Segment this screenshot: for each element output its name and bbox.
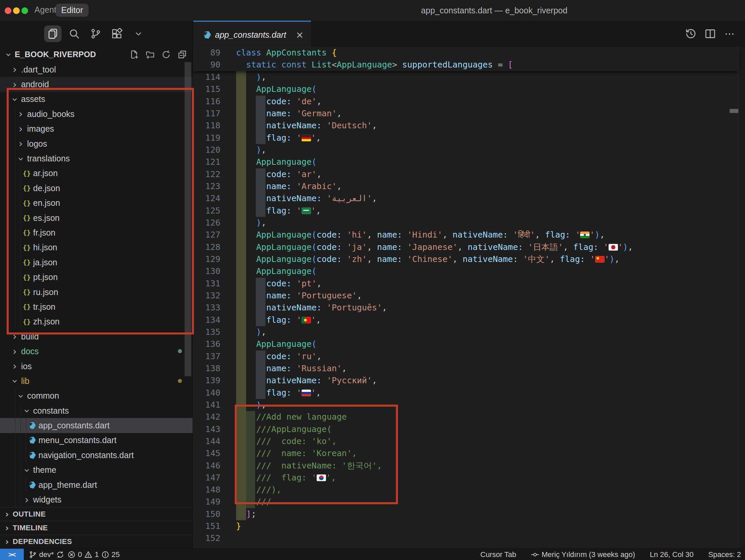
tab-app-constants[interactable]: app_constants.dart × <box>193 21 311 48</box>
code-line-118[interactable]: 118 nativeName: 'Deutsch', <box>193 119 738 132</box>
code-line-142[interactable]: 142 //Add new language <box>193 411 738 423</box>
refresh-icon[interactable] <box>161 49 172 60</box>
code-line-139[interactable]: 139 nativeName: 'Русский', <box>193 375 738 387</box>
tree-item-translations[interactable]: ›translations <box>0 151 193 166</box>
tree-item-es-json[interactable]: {}es.json <box>0 210 193 225</box>
tree-item-app-theme-dart[interactable]: app_theme.dart <box>0 478 193 492</box>
code-line-146[interactable]: 146 /// nativeName: '한국어', <box>193 460 738 472</box>
code-line-116[interactable]: 116 code: 'de', <box>193 96 738 108</box>
new-file-icon[interactable] <box>128 49 140 60</box>
split-editor-icon[interactable] <box>704 28 716 40</box>
code-line-120[interactable]: 120 ), <box>193 144 738 156</box>
tree-item-ar-json[interactable]: {}ar.json <box>0 166 193 181</box>
tree-item-common[interactable]: ›common <box>0 389 193 403</box>
code-line-126[interactable]: 126 ), <box>193 217 738 229</box>
tree-item-widgets[interactable]: ›widgets <box>0 492 193 507</box>
tab-close-icon[interactable]: × <box>296 29 303 40</box>
tree-item-images[interactable]: ›images <box>0 121 193 136</box>
tree-item-audio-books[interactable]: ›audio_books <box>0 107 193 121</box>
code-line-143[interactable]: 143 ///AppLanguage( <box>193 423 738 435</box>
tree-item-ja-json[interactable]: {}ja.json <box>0 255 193 270</box>
editor-scrollbar-marker[interactable] <box>730 109 738 113</box>
history-icon[interactable] <box>685 28 697 40</box>
tree-item-en-json[interactable]: {}en.json <box>0 196 193 210</box>
code-line-144[interactable]: 144 /// code: 'ko', <box>193 435 738 447</box>
tree-item-android[interactable]: ›android <box>0 77 193 92</box>
new-folder-icon[interactable] <box>144 49 156 60</box>
code-line-136[interactable]: 136 AppLanguage( <box>193 338 738 350</box>
code-line-123[interactable]: 123 name: 'Arabic', <box>193 180 738 193</box>
extensions-icon[interactable] <box>108 25 126 42</box>
zoom-window-button[interactable] <box>22 7 28 14</box>
code-line-140[interactable]: 140 flag: '', <box>193 387 738 399</box>
code-line-131[interactable]: 131 code: 'pt', <box>193 278 738 290</box>
tree-item-ru-json[interactable]: {}ru.json <box>0 285 193 300</box>
tree-item-fr-json[interactable]: {}fr.json <box>0 225 193 240</box>
tree-item-tr-json[interactable]: {}tr.json <box>0 300 193 314</box>
tree-item-lib[interactable]: ›lib <box>0 374 193 388</box>
editor-mode-tab[interactable]: Editor <box>56 4 89 17</box>
tree-item-assets[interactable]: ›assets <box>0 92 193 107</box>
code-line-122[interactable]: 122 code: 'ar', <box>193 168 738 180</box>
code-line-114[interactable]: 114 ), <box>193 71 738 83</box>
tree-item-theme[interactable]: ›theme <box>0 463 193 478</box>
explorer-icon[interactable] <box>44 25 62 42</box>
close-window-button[interactable] <box>5 7 11 14</box>
chevron-down-icon[interactable] <box>130 25 147 42</box>
code-line-133[interactable]: 133 nativeName: 'Português', <box>193 302 738 314</box>
search-icon[interactable] <box>66 25 83 42</box>
tree-item-logos[interactable]: ›logos <box>0 136 193 151</box>
explorer-project-header[interactable]: › E_BOOK_RIVERPOD <box>0 47 193 62</box>
section-outline[interactable]: ›OUTLINE <box>0 507 193 521</box>
remote-indicator-button[interactable]: >< <box>0 549 24 560</box>
tree-item-app-constants-dart[interactable]: app_constants.dart <box>0 418 193 433</box>
code-line-128[interactable]: 128 AppLanguage(code: 'ja', name: 'Japan… <box>193 241 738 253</box>
tree-item-menu-constants-dart[interactable]: menu_constants.dart <box>0 433 193 448</box>
code-line-124[interactable]: 124 nativeName: 'العربية', <box>193 193 738 205</box>
section-timeline[interactable]: ›TIMELINE <box>0 521 193 535</box>
code-line-121[interactable]: 121 AppLanguage( <box>193 156 738 168</box>
tree-item-de-json[interactable]: {}de.json <box>0 181 193 196</box>
code-line-134[interactable]: 134 flag: '', <box>193 314 738 326</box>
tree-item-build[interactable]: ›build <box>0 329 193 344</box>
problems-item[interactable]: 0 1 25 <box>68 550 120 559</box>
blame-item[interactable]: Meriç Yıldırım (3 weeks ago) <box>531 550 635 559</box>
code-line-152[interactable]: 152 <box>193 532 738 544</box>
code-line-125[interactable]: 125 flag: '', <box>193 205 738 217</box>
tree-item-hi-json[interactable]: {}hi.json <box>0 240 193 255</box>
code-line-150[interactable]: 150 ]; <box>193 508 738 520</box>
indentation-item[interactable]: Spaces: 2 <box>708 550 741 559</box>
code-line-90[interactable]: 90 static const List<AppLanguage> suppor… <box>193 59 738 71</box>
tree-item-navigation-constants-dart[interactable]: navigation_constants.dart <box>0 448 193 462</box>
tree-item-zh-json[interactable]: {}zh.json <box>0 314 193 329</box>
code-line-132[interactable]: 132 name: 'Portuguese', <box>193 290 738 302</box>
code-line-141[interactable]: 141 ), <box>193 399 738 411</box>
code-line-149[interactable]: 149 /// <box>193 496 738 508</box>
section-dependencies[interactable]: ›DEPENDENCIES <box>0 535 193 548</box>
code-line-129[interactable]: 129 AppLanguage(code: 'zh', name: 'Chine… <box>193 253 738 265</box>
source-control-icon[interactable] <box>87 25 104 42</box>
tree-item--dart-tool[interactable]: ›.dart_tool <box>0 62 193 77</box>
tree-item-constants[interactable]: ›constants <box>0 403 193 418</box>
code-line-145[interactable]: 145 /// name: 'Korean', <box>193 447 738 459</box>
cursor-position-item[interactable]: Ln 26, Col 30 <box>650 550 693 559</box>
git-branch-item[interactable]: dev* <box>29 550 64 559</box>
code-line-115[interactable]: 115 AppLanguage( <box>193 83 738 95</box>
code-line-135[interactable]: 135 ), <box>193 326 738 338</box>
tree-item-docs[interactable]: ›docs <box>0 344 193 358</box>
more-actions-icon[interactable]: ⋯ <box>723 28 736 40</box>
sidebar-scrollbar-thumb[interactable] <box>185 62 191 376</box>
code-line-151[interactable]: 151} <box>193 520 738 532</box>
tree-item-ios[interactable]: ›ios <box>0 359 193 374</box>
collapse-folders-icon[interactable] <box>176 49 188 60</box>
code-line-89[interactable]: 89class AppConstants { <box>193 47 738 59</box>
minimize-window-button[interactable] <box>13 7 20 14</box>
code-line-119[interactable]: 119 flag: '', <box>193 132 738 144</box>
code-line-147[interactable]: 147 /// flag: '', <box>193 472 738 484</box>
code-line-130[interactable]: 130 AppLanguage( <box>193 265 738 277</box>
code-line-148[interactable]: 148 ///), <box>193 484 738 496</box>
code-line-117[interactable]: 117 name: 'German', <box>193 108 738 119</box>
code-line-138[interactable]: 138 name: 'Russian', <box>193 362 738 375</box>
cursor-tab-item[interactable]: Cursor Tab <box>481 550 516 559</box>
code-line-137[interactable]: 137 code: 'ru', <box>193 350 738 362</box>
